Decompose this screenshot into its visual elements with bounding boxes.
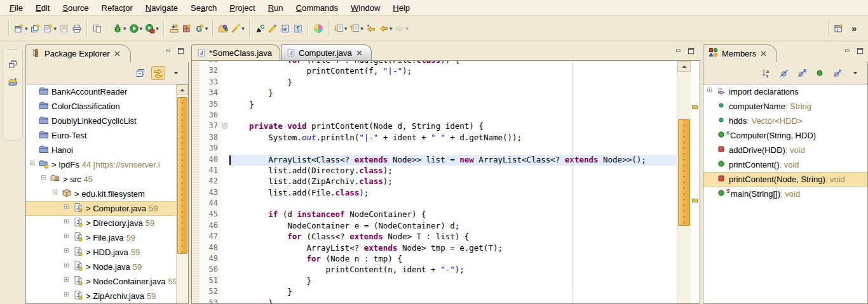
overview-annotation-mark[interactable] xyxy=(692,199,698,202)
expand-plus-icon[interactable] xyxy=(64,204,71,213)
code-line[interactable]: 52 } xyxy=(192,287,678,298)
open-view-button[interactable] xyxy=(5,74,20,89)
editor-tab-computerjava[interactable]: JComputer.java xyxy=(281,44,372,60)
menu-item-edit[interactable]: Edit xyxy=(29,0,56,15)
save-as-button[interactable] xyxy=(29,20,42,37)
menu-item-commands[interactable]: Commands xyxy=(290,0,344,15)
overview-annotation-mark[interactable] xyxy=(692,105,698,109)
menu-item-navigate[interactable]: Navigate xyxy=(139,0,184,15)
format-page-button[interactable] xyxy=(279,20,292,37)
code-line[interactable]: 46 NodeContainer e = (NodeContainer) d; xyxy=(192,221,678,232)
collapse-minus-icon[interactable] xyxy=(53,189,60,199)
tree-item[interactable]: J> HDD.java59 xyxy=(26,245,188,260)
scrollbar-thumb[interactable] xyxy=(177,97,187,254)
show-whitespace-button[interactable]: ¶ xyxy=(292,20,304,37)
new-list-button[interactable]: ▾ xyxy=(42,20,58,37)
tree-item[interactable]: J> Directory.java59 xyxy=(26,216,188,230)
menu-item-window[interactable]: Window xyxy=(344,0,386,15)
dropdown-caret-icon[interactable]: ▾ xyxy=(53,25,57,32)
member-item[interactable]: printContent(Node, String) : void xyxy=(703,172,867,187)
code-line[interactable]: 38 System.out.println("|-" + ident + " "… xyxy=(192,133,678,143)
java-sphere-button[interactable] xyxy=(312,20,325,37)
dropdown-caret-icon[interactable]: ▾ xyxy=(360,25,363,32)
menu-item-run[interactable]: Run xyxy=(262,0,290,15)
toolbar-overflow-chevron[interactable]: » xyxy=(845,23,863,34)
view-menu-button[interactable] xyxy=(848,66,862,80)
tree-item[interactable]: J> ZipArchiv.java59 xyxy=(26,289,188,303)
scroll-up-arrow-icon[interactable] xyxy=(177,84,188,95)
scroll-up-arrow-icon[interactable] xyxy=(677,61,691,72)
code-line[interactable]: 42 list.add(ZipArchiv.class); xyxy=(192,176,678,187)
close-icon[interactable] xyxy=(759,50,768,58)
code-line[interactable]: 51 } xyxy=(192,276,678,287)
code-line[interactable]: 40 ArrayList<Class<? extends Node>> list… xyxy=(192,155,678,166)
open-perspective-button[interactable] xyxy=(832,20,845,37)
collapse-minus-icon[interactable] xyxy=(41,175,48,184)
dropdown-caret-icon[interactable]: ▾ xyxy=(241,25,245,32)
hide-static-button[interactable]: S xyxy=(795,66,809,80)
menu-item-search[interactable]: Search xyxy=(184,0,223,15)
member-item[interactable]: cComputer(String, HDD) xyxy=(703,128,867,143)
fastview-grip[interactable] xyxy=(7,49,18,51)
search-wand-button[interactable]: ▾ xyxy=(229,20,246,37)
debug-button[interactable]: ▾ xyxy=(111,20,128,37)
menu-item-refactor[interactable]: Refactor xyxy=(95,0,139,15)
expand-plus-icon[interactable] xyxy=(64,248,71,257)
code-line[interactable]: 35 } xyxy=(192,100,678,110)
code-editor[interactable]: 31 for (File f : hdd.get(File.class)) {3… xyxy=(191,60,700,304)
occurrences-button[interactable]: G xyxy=(254,20,266,37)
code-line[interactable]: 36 xyxy=(192,110,678,121)
close-icon[interactable] xyxy=(355,49,363,57)
plugin-button[interactable] xyxy=(180,20,193,37)
member-item[interactable]: addDrive(HDD) : void xyxy=(703,143,867,157)
member-item[interactable]: computerName : String xyxy=(703,99,867,114)
overview-ruler[interactable] xyxy=(691,61,700,303)
dropdown-caret-icon[interactable]: ▾ xyxy=(405,25,409,32)
code-line[interactable]: 44 xyxy=(192,199,678,209)
code-line[interactable]: 39 xyxy=(192,143,678,154)
code-line[interactable]: 49 for (Node n : tmp) { xyxy=(192,254,678,265)
next-annotation-button[interactable]: ▾ xyxy=(332,20,349,37)
close-icon[interactable] xyxy=(113,50,121,58)
member-item[interactable]: import declarations xyxy=(703,84,867,99)
minimize-icon[interactable] xyxy=(844,48,851,57)
tree-item[interactable]: Hanoi xyxy=(26,143,188,157)
tree-item[interactable]: J> Computer.java59 xyxy=(26,201,188,216)
sort-button[interactable]: az xyxy=(759,66,773,80)
tree-item[interactable]: BankAccountReader xyxy=(26,84,188,99)
member-item[interactable]: hdds : Vector<HDD> xyxy=(703,114,867,128)
code-line[interactable]: 47 for (Class<? extends Node> T : list) … xyxy=(192,232,678,242)
expand-plus-icon[interactable] xyxy=(64,277,71,286)
dropdown-caret-icon[interactable]: ▾ xyxy=(123,25,126,32)
members-tab[interactable]: Members xyxy=(703,44,777,62)
tree-item[interactable]: ColorClassification xyxy=(26,99,188,114)
code-line[interactable]: 32 printContent(f, "|-"); xyxy=(192,66,678,77)
hide-local-button[interactable]: L xyxy=(831,66,844,80)
package-explorer-tab[interactable]: Package Explorer xyxy=(25,44,131,62)
menu-item-project[interactable]: Project xyxy=(223,0,261,15)
maximize-icon[interactable] xyxy=(857,48,864,57)
code-line[interactable]: 48 ArrayList<? extends Node> tmp = e.get… xyxy=(192,243,678,254)
copy-pages-button[interactable] xyxy=(91,20,104,37)
prev-annotation-button[interactable]: ▾ xyxy=(348,20,365,37)
editor-tab-someclassjava[interactable]: J*SomeClass.java xyxy=(191,44,280,60)
code-line[interactable]: 50 printContent(n, ident + "-"); xyxy=(192,265,678,275)
dropdown-caret-icon[interactable]: ▾ xyxy=(344,25,348,32)
restore-view-button[interactable] xyxy=(5,56,20,72)
expand-plus-icon[interactable] xyxy=(707,87,714,96)
tree-item[interactable]: Euro-Test xyxy=(26,128,188,143)
dropdown-caret-icon[interactable]: ▾ xyxy=(24,25,28,32)
expand-plus-icon[interactable] xyxy=(64,233,71,242)
expand-plus-icon[interactable] xyxy=(64,218,71,228)
last-edit-button[interactable] xyxy=(365,20,377,37)
editor-vertical-scrollbar[interactable] xyxy=(677,61,691,303)
code-line[interactable]: 43 list.add(File.class); xyxy=(192,188,678,199)
tree-item[interactable]: J> NodeContainer.java59 xyxy=(26,274,188,289)
tree-item[interactable]: > edu.kit.filesystem xyxy=(26,187,188,201)
tree-item[interactable]: J> File.java59 xyxy=(26,230,188,245)
code-line[interactable]: 33 } xyxy=(192,77,678,88)
dropdown-caret-icon[interactable]: ▾ xyxy=(205,25,208,32)
collapse-minus-icon[interactable] xyxy=(30,160,37,169)
code-line[interactable]: 31 for (File f : hdd.get(File.class)) { xyxy=(192,60,678,66)
dropdown-caret-icon[interactable]: ▾ xyxy=(155,25,159,32)
